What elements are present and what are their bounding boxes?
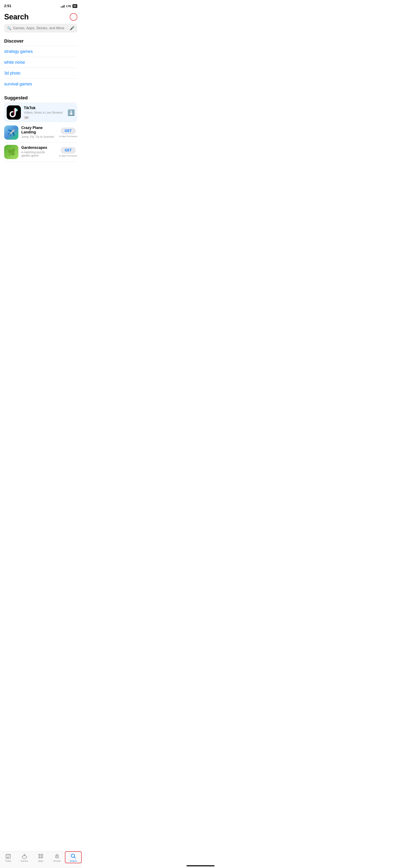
tiktok-action[interactable]: ⬇️ [67,109,75,116]
tiktok-logo-svg [9,108,18,117]
microphone-icon[interactable]: 🎤 [70,26,74,30]
app-item-crazy-plane[interactable]: ✈️ Crazy Plane Landing Jump, Fly, Try to… [4,123,77,143]
tiktok-info: TikTok Videos, Music & Live Streams Ad [24,106,64,119]
discover-item-strategy-games[interactable]: strategy games [4,46,77,57]
app-item-gardenscapes[interactable]: 🌿 Gardenscapes A matching puzzlegarden g… [4,143,77,162]
discover-item-3d-photo[interactable]: 3d photo [4,68,77,79]
discover-list: strategy games white noise 3d photo surv… [4,46,77,89]
ad-badge: Ad [24,116,29,119]
gardenscapes-name: Gardenscapes [21,146,56,150]
gardenscapes-icon: 🌿 [4,145,18,159]
in-app-purchases-crazy-plane: In-App Purchases [59,135,77,137]
gardenscapes-info: Gardenscapes A matching puzzlegarden gam… [21,146,56,158]
discover-item-survival-games[interactable]: survival games [4,79,77,89]
tiktok-icon [7,105,21,120]
crazy-plane-description: Jump, Fly, Try to Survive! [21,135,56,138]
tiktok-name: TikTok [24,106,64,110]
crazy-plane-name: Crazy Plane Landing [21,126,56,134]
status-bar: 2:51 LTE 63 [0,0,82,10]
gardenscapes-action[interactable]: GET In-App Purchases [59,147,77,157]
crazy-plane-icon: ✈️ [4,125,18,140]
signal-bars-icon [61,5,64,7]
crazy-plane-action[interactable]: GET In-App Purchases [59,128,77,137]
suggested-section: Suggested [4,95,77,162]
status-icons: LTE 63 [61,4,77,8]
battery-level: 63 [74,5,76,7]
gardenscapes-description: A matching puzzlegarden game [21,151,56,157]
search-icon: 🔍 [7,26,11,30]
main-content: Search 🔍 🎤 Discover strategy games white… [0,10,82,187]
in-app-purchases-gardenscapes: In-App Purchases [59,154,77,157]
get-button-crazy-plane[interactable]: GET [61,128,76,134]
profile-avatar-button[interactable] [70,13,77,21]
status-time: 2:51 [4,4,11,8]
download-icon[interactable]: ⬇️ [67,109,75,116]
battery-indicator: 63 [73,4,77,8]
get-button-gardenscapes[interactable]: GET [61,147,76,154]
discover-item-white-noise[interactable]: white noise [4,57,77,68]
page-title: Search [4,12,29,21]
lte-label: LTE [66,5,71,8]
search-input[interactable] [13,26,68,30]
app-item-tiktok[interactable]: TikTok Videos, Music & Live Streams Ad ⬇… [4,103,77,122]
search-bar[interactable]: 🔍 🎤 [4,24,77,33]
header-row: Search [4,12,77,21]
tiktok-description: Videos, Music & Live Streams [24,111,64,114]
app-list: TikTok Videos, Music & Live Streams Ad ⬇… [4,103,77,162]
suggested-section-title: Suggested [4,95,77,101]
discover-section-title: Discover [4,38,77,44]
discover-section: Discover strategy games white noise 3d p… [4,38,77,89]
crazy-plane-info: Crazy Plane Landing Jump, Fly, Try to Su… [21,126,56,140]
